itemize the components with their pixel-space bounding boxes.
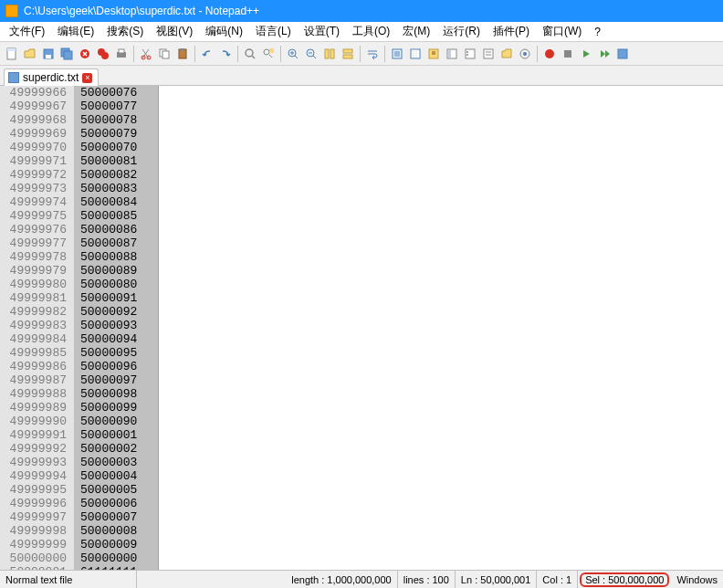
line-text[interactable]: 50000087 — [75, 236, 158, 250]
zoom-out-icon[interactable] — [303, 46, 320, 62]
line-text[interactable]: 50000090 — [75, 415, 158, 428]
line-text[interactable]: 50000097 — [75, 373, 158, 387]
line-text[interactable]: 50000002 — [75, 442, 158, 456]
menu-language[interactable]: 语言(L) — [250, 22, 297, 41]
status-length: length : 1,000,000,000 — [286, 571, 397, 588]
wordwrap-icon[interactable] — [364, 46, 381, 62]
folder-workspace-icon[interactable] — [498, 46, 515, 62]
menu-file[interactable]: 文件(F) — [4, 22, 50, 41]
copy-icon[interactable] — [156, 46, 173, 62]
line-text[interactable]: 50000085 — [75, 209, 158, 223]
print-icon[interactable] — [113, 46, 130, 62]
line-text[interactable]: 50000088 — [75, 250, 158, 264]
line-text[interactable]: 50000089 — [75, 264, 158, 278]
cut-icon[interactable] — [138, 46, 154, 62]
text-selection[interactable]: 5000007650000077500000785000007950000070… — [75, 86, 159, 570]
line-number: 49999970 — [0, 141, 67, 154]
new-file-icon[interactable] — [4, 46, 20, 62]
line-text[interactable]: 50000084 — [75, 195, 158, 209]
line-text[interactable]: 50000001 — [75, 428, 158, 442]
editor-content[interactable] — [159, 86, 723, 570]
line-text[interactable]: 50000095 — [75, 346, 158, 360]
menu-tools[interactable]: 工具(O) — [347, 22, 395, 41]
menu-window[interactable]: 窗口(W) — [537, 22, 587, 41]
undo-icon[interactable] — [199, 46, 215, 62]
play-icon[interactable] — [578, 46, 594, 62]
line-text[interactable]: 50000091 — [75, 291, 158, 305]
doc-map-icon[interactable] — [444, 46, 460, 62]
indent-guide-icon[interactable] — [407, 46, 424, 62]
line-text[interactable]: 50000079 — [75, 127, 158, 141]
redo-icon[interactable] — [217, 46, 234, 62]
line-text[interactable]: 50000008 — [75, 524, 158, 538]
svg-rect-34 — [484, 49, 493, 58]
line-text[interactable]: 50000082 — [75, 168, 158, 182]
line-text[interactable]: 50000086 — [75, 223, 158, 236]
svg-rect-23 — [330, 49, 334, 58]
zoom-in-icon[interactable] — [285, 46, 301, 62]
svg-point-12 — [147, 56, 151, 59]
menu-search[interactable]: 搜索(S) — [101, 22, 149, 41]
save-macro-icon[interactable] — [614, 46, 631, 62]
line-text[interactable]: 50000007 — [75, 510, 158, 524]
stop-icon[interactable] — [560, 46, 576, 62]
paste-icon[interactable] — [174, 46, 191, 62]
line-text[interactable]: 50000076 — [75, 86, 158, 100]
line-text[interactable]: 50000009 — [75, 538, 158, 551]
line-text[interactable]: 50000080 — [75, 278, 158, 291]
menu-plugins[interactable]: 插件(P) — [487, 22, 535, 41]
svg-rect-16 — [181, 48, 184, 51]
line-text[interactable]: 50000004 — [75, 469, 158, 483]
toolbar-separator — [133, 46, 134, 62]
line-text[interactable]: 50000006 — [75, 497, 158, 510]
record-icon[interactable] — [541, 46, 558, 62]
file-tab[interactable]: superdic.txt × — [4, 68, 99, 86]
find-icon[interactable] — [242, 46, 258, 62]
status-eol: Windows — [671, 571, 723, 588]
svg-rect-1 — [7, 48, 16, 51]
toolbar-separator — [237, 46, 238, 62]
doc-list-icon[interactable] — [462, 46, 478, 62]
line-text[interactable]: 50000078 — [75, 113, 158, 127]
sync-h-icon[interactable] — [340, 46, 356, 62]
line-text[interactable]: 50000083 — [75, 182, 158, 195]
line-text[interactable]: 50000000 — [75, 551, 158, 565]
menu-view[interactable]: 视图(V) — [151, 22, 198, 41]
open-file-icon[interactable] — [22, 46, 38, 62]
line-text[interactable]: 50000093 — [75, 319, 158, 332]
menu-edit[interactable]: 编辑(E) — [52, 22, 100, 41]
line-text[interactable]: 50000070 — [75, 141, 158, 154]
function-list-icon[interactable] — [480, 46, 497, 62]
line-text[interactable]: 50000003 — [75, 456, 158, 469]
udls-icon[interactable] — [425, 46, 442, 62]
svg-point-37 — [545, 49, 554, 58]
menu-help[interactable]: ? — [589, 24, 606, 40]
line-text[interactable]: 50000098 — [75, 387, 158, 401]
status-sel: Sel : 500,000,000 — [580, 572, 669, 587]
line-text[interactable]: 50000081 — [75, 154, 158, 168]
editor[interactable]: 4999996649999967499999684999996949999970… — [0, 86, 723, 570]
play-multi-icon[interactable] — [596, 46, 613, 62]
menu-encoding[interactable]: 编码(N) — [200, 22, 248, 41]
save-all-icon[interactable] — [58, 46, 75, 62]
close-icon[interactable] — [77, 46, 93, 62]
line-text[interactable]: 50000094 — [75, 332, 158, 346]
monitoring-icon[interactable] — [517, 46, 533, 62]
show-all-icon[interactable] — [389, 46, 405, 62]
close-all-icon[interactable] — [95, 46, 111, 62]
tabbar: superdic.txt × — [0, 66, 723, 86]
save-icon[interactable] — [40, 46, 57, 62]
sync-v-icon[interactable] — [321, 46, 338, 62]
menu-macro[interactable]: 宏(M) — [397, 22, 435, 41]
line-number: 49999987 — [0, 373, 67, 387]
titlebar: C:\Users\geek\Desktop\superdic.txt - Not… — [0, 0, 723, 22]
line-text[interactable]: 50000092 — [75, 305, 158, 319]
replace-icon[interactable] — [260, 46, 277, 62]
line-text[interactable]: 50000096 — [75, 360, 158, 373]
tab-close-icon[interactable]: × — [82, 73, 92, 83]
line-text[interactable]: 50000099 — [75, 401, 158, 415]
menu-settings[interactable]: 设置(T) — [299, 22, 345, 41]
menu-run[interactable]: 运行(R) — [437, 22, 486, 41]
line-text[interactable]: 50000077 — [75, 100, 158, 113]
line-text[interactable]: 50000005 — [75, 483, 158, 497]
